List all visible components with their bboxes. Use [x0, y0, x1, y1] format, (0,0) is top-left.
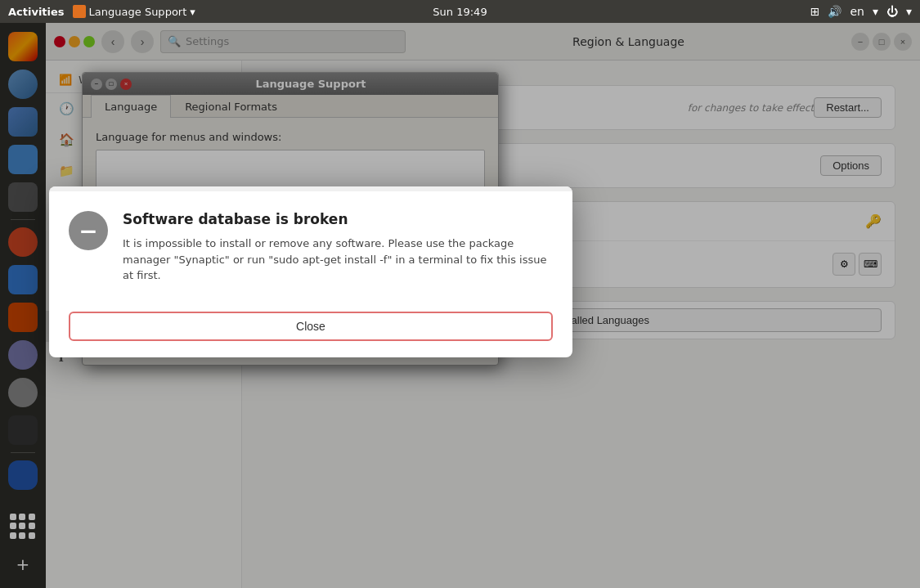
network-indicator-icon[interactable]: ⊞ [810, 5, 820, 18]
topbar-clock: Sun 19:49 [433, 6, 487, 18]
error-dialog-body: − Software database is broken It is impo… [49, 191, 572, 303]
error-content: Software database is broken It is imposs… [123, 211, 553, 284]
error-icon: − [69, 211, 108, 250]
main-area: + ‹ › 🔍 Settings Region & Language − □ × [0, 23, 920, 588]
power-icon[interactable]: ⏻ [886, 5, 898, 18]
topbar-right: ⊞ 🔊 en ▾ ⏻ ▾ [810, 5, 912, 18]
error-dialog: − Software database is broken It is impo… [49, 186, 572, 357]
topbar-app[interactable]: Language Support ▾ [73, 5, 195, 18]
power-dropdown-icon: ▾ [906, 5, 912, 18]
error-close-btn[interactable]: Close [69, 312, 553, 341]
app-icon [73, 5, 86, 18]
error-title: Software database is broken [123, 211, 553, 227]
volume-icon[interactable]: 🔊 [828, 5, 841, 18]
lang-indicator[interactable]: en [850, 5, 864, 18]
app-name: Language Support [89, 6, 187, 18]
error-message: It is impossible to install or remove an… [123, 236, 553, 284]
topbar: Activities Language Support ▾ Sun 19:49 … [0, 0, 920, 23]
error-dialog-footer: Close [49, 303, 572, 357]
lang-dropdown-icon: ▾ [873, 5, 878, 18]
error-overlay: − Software database is broken It is impo… [0, 23, 920, 588]
activities-label[interactable]: Activities [8, 6, 65, 18]
app-dropdown-icon: ▾ [190, 6, 195, 18]
topbar-left: Activities Language Support ▾ [8, 5, 195, 18]
